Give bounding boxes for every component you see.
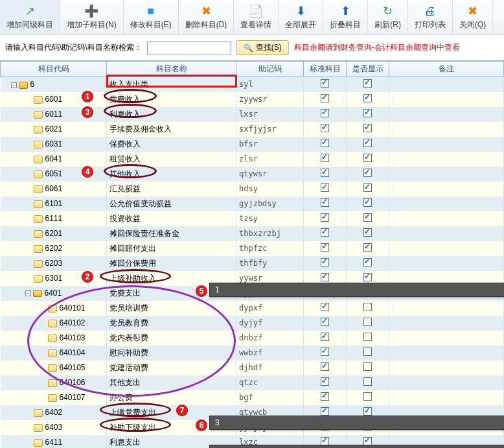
show-checkbox[interactable] (363, 288, 372, 296)
table-row[interactable]: 6403补助下级支出yysjfj (1, 420, 504, 435)
toolbar-1[interactable]: ➕增加子科目(N) (60, 0, 124, 34)
toolbar-5[interactable]: ⬇全部展开 (279, 0, 323, 34)
std-checkbox[interactable] (321, 333, 329, 341)
show-checkbox[interactable] (363, 273, 372, 281)
show-checkbox[interactable] (363, 348, 372, 356)
table-row[interactable]: 640106其他支出qtzc (1, 375, 504, 390)
std-checkbox[interactable] (321, 273, 329, 281)
toolbar-0[interactable]: ↗增加同级科目 (0, 0, 60, 34)
toolbar-3[interactable]: ✖删除科目(D) (179, 0, 235, 34)
std-checkbox[interactable] (321, 228, 329, 237)
column-header[interactable]: 备注 (389, 62, 504, 77)
show-checkbox[interactable] (363, 228, 372, 237)
show-checkbox[interactable] (363, 243, 372, 252)
std-checkbox[interactable] (321, 258, 329, 266)
std-checkbox[interactable] (321, 407, 329, 416)
show-checkbox[interactable] (363, 437, 372, 445)
table-row[interactable]: 640101党员培训费dypxf (1, 301, 504, 316)
toolbar-6[interactable]: ⬆折叠科目 (323, 0, 368, 34)
code-text: 640107 (60, 393, 86, 402)
std-checkbox[interactable] (321, 213, 329, 222)
show-checkbox[interactable] (363, 183, 372, 192)
std-checkbox[interactable] (321, 392, 329, 401)
search-button[interactable]: 🔍 查找(S) (236, 40, 289, 55)
show-checkbox[interactable] (363, 169, 372, 177)
table-row[interactable]: 6201摊回保险责任准备金thbxzrzbj (1, 226, 504, 241)
show-checkbox[interactable] (363, 318, 372, 326)
toolbar-4[interactable]: 📄查看详情 (234, 0, 279, 34)
table-row[interactable]: -6收入支出类syl (1, 77, 504, 92)
show-checkbox[interactable] (363, 392, 372, 401)
table-row[interactable]: 640105党建活动费djhdf (1, 360, 504, 375)
std-checkbox[interactable] (321, 154, 329, 162)
std-checkbox[interactable] (321, 109, 329, 117)
std-checkbox[interactable] (321, 169, 329, 177)
show-checkbox[interactable] (363, 213, 372, 222)
toolbar-8[interactable]: 🖨打印列表 (408, 0, 453, 34)
std-checkbox[interactable] (321, 243, 329, 252)
expand-toggle[interactable]: - (25, 290, 31, 296)
std-checkbox[interactable] (321, 288, 329, 296)
std-checkbox[interactable] (321, 362, 329, 371)
show-checkbox[interactable] (363, 79, 372, 88)
table-row[interactable]: 6031保费收入bfsr (1, 137, 504, 152)
show-checkbox[interactable] (363, 362, 372, 371)
column-header[interactable]: 标准科目 (304, 62, 347, 77)
std-checkbox[interactable] (321, 422, 329, 430)
std-checkbox[interactable] (321, 94, 329, 102)
std-checkbox[interactable] (321, 198, 329, 207)
expand-toggle[interactable]: - (11, 82, 17, 88)
table-row[interactable]: 640107办公费bgf (1, 390, 504, 405)
table-row[interactable]: 6202摊回赔付支出thpfzc (1, 241, 504, 256)
show-checkbox[interactable] (363, 94, 372, 102)
table-row[interactable]: 6001党费收入zyywsr (1, 92, 504, 107)
table-row[interactable]: 6051其他收入qtywsr (1, 167, 504, 182)
search-input[interactable] (147, 41, 231, 54)
toolbar-label: 删除科目(D) (185, 19, 227, 30)
show-checkbox[interactable] (363, 258, 372, 266)
table-row[interactable]: 640102党员教育费dyjyf (1, 316, 504, 331)
table-row[interactable]: 6411利息支出lxzc (1, 435, 504, 449)
std-checkbox[interactable] (321, 124, 329, 132)
table-row[interactable]: 640104慰问补助费wwbzf (1, 346, 504, 360)
toolbar-7[interactable]: ↻刷新(R) (368, 0, 408, 34)
std-checkbox[interactable] (321, 377, 329, 386)
table-row[interactable]: 640103党内表彰费dnbzf (1, 331, 504, 346)
std-checkbox[interactable] (321, 318, 329, 326)
table-row[interactable]: 6203摊回分保费用thfbfy (1, 256, 504, 271)
table-row[interactable]: -6401党费支出zyywcb (1, 286, 504, 301)
column-header[interactable]: 科目名称 (107, 62, 236, 77)
std-checkbox[interactable] (321, 437, 329, 445)
toolbar-2[interactable]: ■修改科目(E) (124, 0, 179, 34)
show-checkbox[interactable] (363, 377, 372, 386)
toolbar-9[interactable]: ✖关闭(Q) (453, 0, 493, 34)
table-row[interactable]: 6041租赁收入zlsr (1, 152, 504, 167)
show-checkbox[interactable] (363, 154, 372, 162)
show-checkbox[interactable] (363, 407, 372, 416)
table-row[interactable]: 6402上缴党费支出qtywcb (1, 405, 504, 420)
show-checkbox[interactable] (363, 198, 372, 207)
std-checkbox[interactable] (321, 183, 329, 192)
column-header[interactable]: 是否显示 (347, 62, 389, 77)
table-row[interactable]: 6111投资收益tzsy (1, 211, 504, 226)
std-checkbox[interactable] (321, 303, 329, 311)
column-header[interactable]: 科目代码 (1, 62, 107, 77)
show-checkbox[interactable] (363, 124, 372, 132)
table-row[interactable]: 6061汇兑损益hdsy (1, 182, 504, 196)
table-row[interactable]: 6011利息收入lxsr (1, 107, 504, 122)
toolbar-icon: ➕ (67, 3, 117, 19)
show-checkbox[interactable] (363, 109, 372, 117)
show-checkbox[interactable] (363, 422, 372, 430)
mnemonic-cell: dyjyf (236, 316, 304, 331)
name-cell: 党费支出 (107, 286, 236, 301)
show-checkbox[interactable] (363, 139, 372, 147)
show-checkbox[interactable] (363, 333, 372, 341)
std-checkbox[interactable] (321, 139, 329, 147)
table-row[interactable]: 6101公允价值变动损益gyjzbdsy (1, 196, 504, 211)
show-checkbox[interactable] (363, 303, 372, 311)
table-row[interactable]: 6021手续费及佣金收入sxfjyjsr (1, 122, 504, 137)
column-header[interactable]: 助记码 (236, 62, 304, 77)
table-row[interactable]: 6301上级补助收入yywsr (1, 271, 504, 286)
std-checkbox[interactable] (321, 79, 329, 88)
std-checkbox[interactable] (321, 348, 329, 356)
